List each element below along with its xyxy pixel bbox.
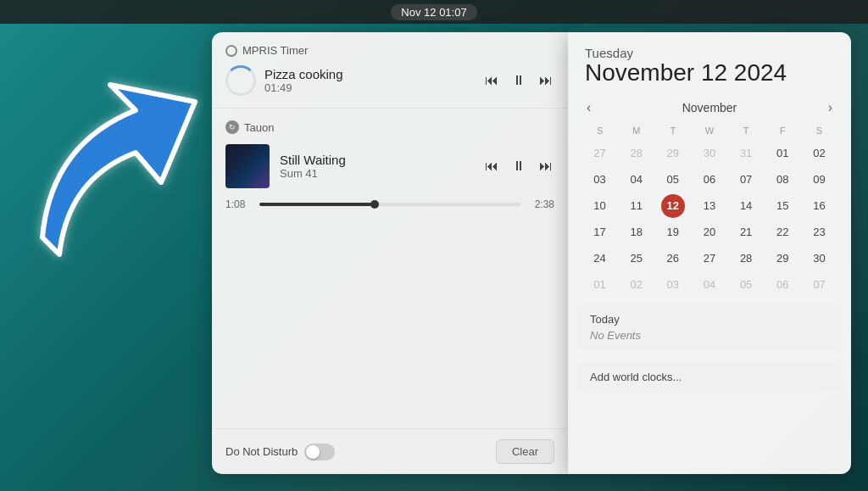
left-panel-bottom: Do Not Disturb Clear bbox=[212, 428, 568, 474]
table-row[interactable]: 13 bbox=[698, 194, 721, 218]
events-section: Today No Events bbox=[578, 304, 841, 350]
table-row[interactable]: 03 bbox=[588, 168, 612, 192]
mpris-media-row: Pizza cooking 01:49 ⏮ ⏸ ⏭ bbox=[225, 65, 554, 96]
table-row[interactable]: 26 bbox=[661, 247, 685, 271]
dnd-toggle[interactable] bbox=[304, 444, 335, 460]
tauon-icon: ↻ bbox=[225, 120, 239, 134]
calendar-date-label: November 12 2024 bbox=[585, 60, 834, 86]
table-row[interactable]: 28 bbox=[625, 142, 648, 165]
table-row[interactable]: 29 bbox=[771, 247, 794, 271]
table-row[interactable]: 19 bbox=[661, 220, 685, 244]
album-art bbox=[225, 144, 270, 188]
dnd-row: Do Not Disturb bbox=[225, 444, 335, 460]
table-row[interactable]: 08 bbox=[771, 168, 794, 192]
tauon-end-time: 2:38 bbox=[529, 198, 554, 210]
table-row[interactable]: 02 bbox=[807, 142, 831, 165]
table-row[interactable]: 30 bbox=[807, 247, 831, 271]
dnd-label: Do Not Disturb bbox=[225, 445, 298, 458]
table-row[interactable]: 10 bbox=[588, 194, 612, 218]
table-row[interactable]: 25 bbox=[625, 247, 648, 271]
tauon-track-title: Still Waiting bbox=[280, 153, 473, 167]
table-row[interactable]: 01 bbox=[771, 142, 794, 165]
table-row[interactable]: 31 bbox=[734, 142, 758, 165]
table-row[interactable]: 23 bbox=[807, 220, 831, 244]
tauon-current-time: 1:08 bbox=[225, 198, 251, 210]
mpris-spinner bbox=[225, 65, 256, 96]
table-row[interactable]: 14 bbox=[734, 194, 758, 218]
calendar-weekdays: S M T W T F S bbox=[581, 122, 837, 139]
table-row[interactable]: 21 bbox=[734, 220, 758, 244]
mpris-section: MPRIS Timer Pizza cooking 01:49 ⏮ ⏸ ⏭ bbox=[212, 32, 568, 109]
table-row[interactable]: 07 bbox=[734, 168, 758, 192]
mpris-icon bbox=[225, 45, 237, 57]
topbar-datetime: Nov 12 01:07 bbox=[391, 4, 476, 20]
table-row[interactable]: 24 bbox=[588, 247, 612, 271]
wd-wed: W bbox=[691, 122, 727, 139]
table-row[interactable]: 28 bbox=[734, 247, 758, 271]
right-panel: Tuesday November 12 2024 ‹ November › S … bbox=[568, 32, 851, 474]
tauon-controls: ⏮ ⏸ ⏭ bbox=[483, 157, 554, 176]
tauon-pause-button[interactable]: ⏸ bbox=[510, 157, 527, 176]
table-row[interactable]: 06 bbox=[698, 168, 721, 192]
tauon-source-label: Tauon bbox=[244, 121, 274, 134]
table-row[interactable]: 17 bbox=[588, 220, 612, 244]
mpris-info: Pizza cooking 01:49 bbox=[264, 67, 475, 94]
calendar-header: Tuesday November 12 2024 bbox=[568, 32, 851, 93]
table-row[interactable]: 01 bbox=[588, 273, 612, 297]
mpris-prev-button[interactable]: ⏮ bbox=[483, 71, 500, 90]
clear-button[interactable]: Clear bbox=[496, 439, 554, 464]
mpris-next-button[interactable]: ⏭ bbox=[537, 71, 554, 90]
table-row[interactable]: 27 bbox=[588, 142, 612, 165]
calendar-next-button[interactable]: › bbox=[823, 98, 837, 117]
table-row[interactable]: 11 bbox=[625, 194, 648, 218]
topbar: Nov 12 01:07 bbox=[0, 0, 868, 24]
mpris-track-time: 01:49 bbox=[264, 81, 475, 94]
arrow-decoration bbox=[0, 25, 220, 280]
calendar-days: 2728293031010203040506070809101112131415… bbox=[581, 141, 837, 298]
table-row[interactable]: 16 bbox=[807, 194, 831, 218]
tauon-source-row: ↻ Tauon bbox=[225, 120, 554, 134]
table-row[interactable]: 18 bbox=[625, 220, 648, 244]
tauon-section: ↻ Tauon Still Waiting Sum 41 ⏮ ⏸ ⏭ 1:08 bbox=[212, 109, 568, 428]
table-row[interactable]: 07 bbox=[807, 273, 831, 297]
table-row[interactable]: 05 bbox=[734, 273, 758, 297]
table-row[interactable]: 27 bbox=[698, 247, 721, 271]
table-row[interactable]: 03 bbox=[661, 273, 685, 297]
table-row[interactable]: 30 bbox=[698, 142, 721, 165]
wd-tue: T bbox=[654, 122, 691, 139]
tauon-prev-button[interactable]: ⏮ bbox=[483, 157, 500, 176]
table-row[interactable]: 12 bbox=[661, 194, 685, 218]
wd-sat: S bbox=[801, 122, 837, 139]
tauon-progress-bar[interactable] bbox=[259, 203, 520, 206]
mpris-pause-button[interactable]: ⏸ bbox=[510, 71, 527, 90]
calendar-day-label: Tuesday bbox=[585, 46, 834, 60]
panel-wrapper: MPRIS Timer Pizza cooking 01:49 ⏮ ⏸ ⏭ ↻ … bbox=[212, 32, 851, 474]
table-row[interactable]: 09 bbox=[807, 168, 831, 192]
wd-fri: F bbox=[765, 122, 801, 139]
tauon-info: Still Waiting Sum 41 bbox=[280, 153, 473, 180]
tauon-track-artist: Sum 41 bbox=[280, 167, 473, 180]
tauon-progress-row: 1:08 2:38 bbox=[225, 198, 554, 210]
events-title: Today bbox=[590, 313, 829, 326]
dnd-toggle-knob bbox=[306, 445, 320, 459]
table-row[interactable]: 29 bbox=[661, 142, 685, 165]
table-row[interactable]: 06 bbox=[771, 273, 794, 297]
events-empty-label: No Events bbox=[590, 329, 829, 342]
mpris-controls: ⏮ ⏸ ⏭ bbox=[483, 71, 554, 90]
calendar-grid: S M T W T F S 27282930310102030405060708… bbox=[568, 122, 851, 298]
tauon-next-button[interactable]: ⏭ bbox=[537, 157, 554, 176]
mpris-track-title: Pizza cooking bbox=[264, 67, 475, 81]
calendar-prev-button[interactable]: ‹ bbox=[581, 98, 596, 117]
table-row[interactable]: 02 bbox=[625, 273, 648, 297]
wd-thu: T bbox=[728, 122, 765, 139]
tauon-progress-fill bbox=[259, 203, 375, 206]
wd-mon: M bbox=[618, 122, 654, 139]
tauon-media-row: Still Waiting Sum 41 ⏮ ⏸ ⏭ bbox=[225, 144, 554, 188]
table-row[interactable]: 04 bbox=[698, 273, 721, 297]
table-row[interactable]: 15 bbox=[771, 194, 794, 218]
table-row[interactable]: 20 bbox=[698, 220, 721, 244]
table-row[interactable]: 05 bbox=[661, 168, 685, 192]
table-row[interactable]: 22 bbox=[771, 220, 794, 244]
table-row[interactable]: 04 bbox=[625, 168, 648, 192]
add-world-clocks-button[interactable]: Add world clocks... bbox=[578, 362, 841, 392]
